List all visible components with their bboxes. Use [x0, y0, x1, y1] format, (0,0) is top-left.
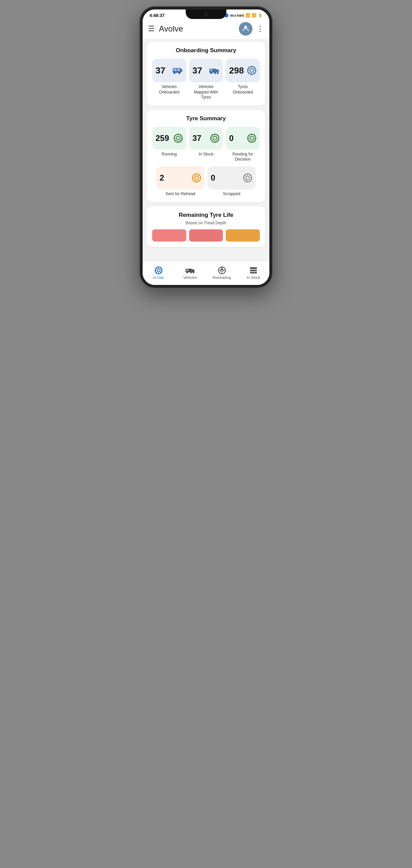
svg-line-21	[249, 72, 251, 74]
svg-line-49	[253, 139, 255, 141]
signal-icon: 📶	[252, 13, 256, 18]
nav-retreading[interactable]: Retreading	[206, 263, 238, 282]
tyres-onboarded-label: TyresOnboarded	[233, 84, 253, 95]
retread-label: Sent for Retread	[165, 191, 195, 197]
app-title: Avolve	[159, 24, 235, 34]
scrapped-item[interactable]: 0 S	[207, 166, 256, 197]
nav-inuse[interactable]: In Use	[143, 263, 174, 282]
status-time: 4:48:37	[149, 13, 165, 18]
bottom-nav: In Use Vehicles	[143, 261, 269, 285]
wheel-green-stock-icon	[210, 133, 220, 143]
svg-line-48	[249, 135, 251, 137]
svg-line-39	[216, 139, 218, 141]
avatar-button[interactable]	[239, 22, 252, 36]
svg-point-84	[187, 272, 188, 273]
tyres-onboarded-item[interactable]: 298	[226, 59, 260, 100]
nav-vehicles[interactable]: Vehicles	[174, 263, 206, 282]
svg-line-30	[179, 135, 181, 137]
bus-icon	[172, 66, 183, 75]
svg-rect-2	[173, 69, 176, 71]
vehicles-mapped-label: VehiclesMapped WithTyres	[194, 84, 218, 100]
vehicles-mapped-item[interactable]: 37 VehiclesMapped WithTyres	[189, 59, 223, 100]
app-header: ☰ Avolve ⋮	[143, 19, 269, 39]
svg-rect-8	[210, 69, 212, 71]
svg-point-93	[221, 267, 223, 269]
nav-retreading-label: Retreading	[213, 275, 231, 280]
svg-line-29	[179, 139, 181, 141]
instock-label: In Stock	[199, 152, 213, 157]
pending-box: 0	[226, 127, 260, 150]
nav-instock-icon	[249, 266, 258, 275]
tyre-life-subtitle: Based on Tread Depth	[152, 221, 260, 225]
camera-dot	[204, 12, 208, 17]
nav-instock[interactable]: In Stock	[238, 263, 270, 282]
tyre-summary-title: Tyre Summary	[152, 115, 260, 122]
tyre-bottom-grid: 2 S	[152, 166, 260, 197]
scroll-content: Onboarding Summary 37	[143, 39, 269, 285]
vehicles-onboarded-value: 37	[156, 65, 165, 76]
onboarding-title: Onboarding Summary	[152, 47, 260, 54]
wheel-orange-icon	[192, 173, 201, 183]
instock-item[interactable]: 37	[189, 127, 223, 162]
scrapped-value: 0	[211, 173, 215, 183]
wheel-green-running-icon	[173, 133, 183, 143]
svg-point-86	[193, 272, 194, 273]
svg-line-60	[198, 175, 200, 177]
svg-line-18	[249, 68, 251, 69]
svg-rect-4	[181, 69, 182, 71]
onboarding-summary-card: Onboarding Summary 37	[147, 42, 265, 106]
svg-point-0	[244, 26, 247, 28]
svg-line-70	[249, 175, 251, 177]
svg-line-68	[245, 175, 247, 177]
vehicles-mapped-value: 37	[192, 65, 202, 76]
vehicles-onboarded-item[interactable]: 37 VehiclesOnboarded	[152, 59, 186, 100]
retread-item[interactable]: 2 S	[156, 166, 205, 197]
tyres-onboarded-box: 298	[226, 59, 260, 82]
svg-point-5	[173, 72, 175, 74]
svg-line-69	[249, 179, 251, 181]
svg-rect-95	[250, 270, 257, 271]
svg-line-38	[212, 135, 214, 137]
vehicles-onboarded-label: VehiclesOnboarded	[159, 84, 179, 95]
truck-icon	[209, 66, 220, 75]
svg-line-19	[253, 72, 255, 74]
vehicles-mapped-box: 37	[189, 59, 223, 82]
svg-line-20	[253, 68, 255, 69]
svg-line-71	[245, 179, 247, 181]
instock-box: 37	[189, 127, 223, 150]
bar-red-1	[152, 229, 186, 242]
pending-item[interactable]: 0 P	[226, 127, 260, 162]
svg-point-73	[157, 269, 160, 272]
svg-line-59	[198, 179, 200, 181]
retread-value: 2	[160, 173, 164, 183]
nav-inuse-label: In Use	[153, 275, 164, 280]
svg-line-28	[175, 135, 177, 137]
more-options-icon[interactable]: ⋮	[256, 24, 264, 33]
svg-line-79	[160, 271, 161, 273]
running-value: 259	[156, 133, 169, 143]
instock-value: 37	[192, 133, 202, 143]
svg-line-78	[156, 268, 157, 269]
avatar-icon	[242, 24, 249, 34]
tyre-top-grid: 259	[152, 127, 260, 162]
hamburger-icon[interactable]: ☰	[148, 24, 155, 33]
pending-value: 0	[229, 133, 233, 143]
pending-label: Pending forDecision	[232, 152, 253, 162]
battery-icon: 🔋	[258, 13, 263, 18]
status-icons: ▶ 🔵 50.0 KB/S 📶 📶 🔋	[220, 13, 263, 18]
svg-line-41	[212, 139, 214, 141]
svg-point-6	[178, 72, 180, 74]
onboarding-grid: 37 VehiclesOnboarded	[152, 59, 260, 100]
scrapped-label: Scrapped	[223, 191, 240, 197]
retread-box: 2	[156, 166, 205, 189]
svg-point-10	[214, 72, 216, 74]
svg-line-58	[194, 175, 195, 177]
running-item[interactable]: 259	[152, 127, 186, 162]
data-speed: 50.0 KB/S	[230, 14, 244, 17]
wheel-blue-icon	[247, 66, 256, 75]
nav-instock-label: In Stock	[247, 275, 260, 280]
vehicles-onboarded-box: 37	[152, 59, 186, 82]
running-box: 259	[152, 127, 186, 150]
svg-point-11	[217, 72, 219, 74]
svg-line-40	[216, 135, 218, 137]
